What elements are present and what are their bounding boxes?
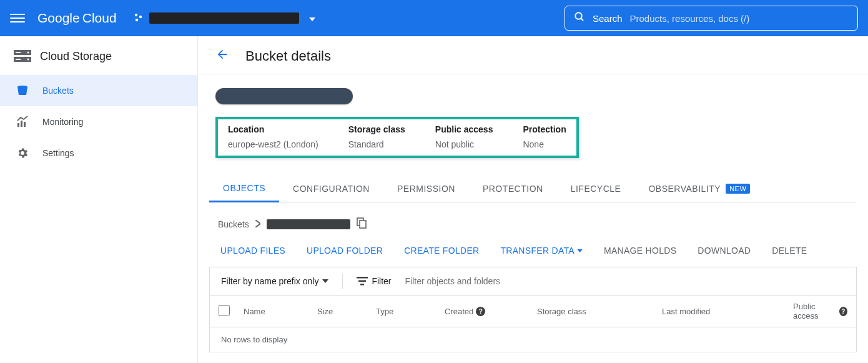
sidebar-item-monitoring[interactable]: Monitoring [0,106,197,137]
sidebar-item-label: Settings [42,148,74,158]
col-public-access[interactable]: Public access ? [793,302,847,321]
back-arrow-icon[interactable] [215,47,229,65]
tab-permission[interactable]: PERMISSION [383,176,469,202]
svg-rect-12 [17,123,19,127]
divider [342,274,343,289]
search-bar[interactable]: Search Products, resources, docs (/) [565,6,858,31]
menu-icon[interactable] [10,11,25,26]
protection-value: None [523,139,566,149]
project-icon [134,13,143,24]
tab-label: OBSERVABILITY [648,184,721,194]
content: Bucket details Location europe-west2 (Lo… [198,36,868,363]
col-created[interactable]: Created ? [445,307,537,316]
upload-folder-button[interactable]: UPLOAD FOLDER [307,246,383,256]
tab-configuration[interactable]: CONFIGURATION [279,176,383,202]
breadcrumb: Buckets [198,202,868,237]
sidebar-item-buckets[interactable]: Buckets [0,75,197,106]
svg-point-10 [27,59,29,61]
summary-box: Location europe-west2 (London) Storage c… [215,117,579,158]
filter-input[interactable] [405,276,845,286]
filter-mode-dropdown[interactable]: Filter by name prefix only [221,276,328,286]
col-size[interactable]: Size [317,307,376,316]
tab-observability[interactable]: OBSERVABILITY NEW [634,176,764,202]
search-label: Search [593,13,623,24]
tab-label: OBJECTS [223,183,265,193]
logo-bold: Google [37,11,80,26]
col-storage-class[interactable]: Storage class [537,307,662,316]
svg-rect-7 [16,52,21,53]
svg-point-3 [575,12,582,19]
bucket-name-area [198,74,868,111]
tab-label: PERMISSION [397,184,455,194]
svg-line-4 [581,18,583,21]
storage-class-value: Standard [348,139,405,149]
page-title: Bucket details [245,48,331,64]
svg-point-2 [135,18,137,21]
filter-bar: Filter by name prefix only Filter [209,267,857,296]
svg-rect-8 [16,59,21,60]
tab-label: PROTECTION [483,184,543,194]
upload-files-button[interactable]: UPLOAD FILES [220,246,285,256]
col-type[interactable]: Type [376,307,445,316]
col-name[interactable]: Name [244,307,317,316]
summary-storage-class: Storage class Standard [348,124,405,149]
cloud-storage-icon [14,49,29,64]
select-all-checkbox[interactable] [219,305,230,316]
sidebar-item-label: Buckets [42,86,74,96]
bucket-name-redacted [215,88,353,104]
delete-button[interactable]: DELETE [772,246,807,256]
monitoring-icon [16,116,29,128]
filter-text: Filter [372,276,391,286]
sidebar-item-settings[interactable]: Settings [0,137,197,169]
copy-icon[interactable] [357,217,367,231]
svg-point-11 [17,86,27,88]
tab-lifecycle[interactable]: LIFECYCLE [557,176,635,202]
filter-icon [357,277,368,286]
svg-rect-18 [358,281,366,282]
svg-rect-16 [360,221,366,228]
help-icon[interactable]: ? [839,307,847,316]
service-title: Cloud Storage [0,44,197,75]
col-public-label: Public access [793,302,837,321]
manage-holds-button[interactable]: MANAGE HOLDS [604,246,676,256]
svg-point-1 [139,15,141,17]
public-access-value: Not public [435,139,493,149]
chevron-right-icon [255,219,260,229]
svg-rect-14 [24,122,26,127]
filter-label: Filter [357,276,391,286]
transfer-data-label: TRANSFER DATA [500,246,575,256]
project-selector[interactable] [134,12,315,24]
svg-rect-13 [21,121,22,127]
chevron-down-icon [309,12,315,24]
public-access-header: Public access [435,124,493,134]
summary-public-access: Public access Not public [435,124,493,149]
help-icon[interactable]: ? [476,307,485,316]
transfer-data-button[interactable]: TRANSFER DATA [500,246,583,256]
empty-state: No rows to display [210,327,856,352]
storage-class-header: Storage class [348,124,405,134]
top-header: Google Cloud Search Products, resources,… [0,0,868,36]
breadcrumb-bucket-redacted [267,219,350,229]
svg-point-0 [134,13,137,16]
tab-objects[interactable]: OBJECTS [209,176,279,202]
col-last-modified[interactable]: Last modified [662,307,793,316]
service-label: Cloud Storage [40,50,112,63]
tab-label: CONFIGURATION [293,184,370,194]
logo[interactable]: Google Cloud [37,11,117,26]
protection-header: Protection [523,124,566,134]
svg-rect-17 [357,277,368,279]
action-bar: UPLOAD FILES UPLOAD FOLDER CREATE FOLDER… [198,237,868,267]
bucket-icon [16,84,29,97]
breadcrumb-root[interactable]: Buckets [218,219,249,229]
location-header: Location [228,124,318,134]
gear-icon [16,147,29,159]
page-header: Bucket details [198,36,868,74]
summary-protection: Protection None [523,124,566,149]
download-button[interactable]: DOWNLOAD [698,246,751,256]
location-value: europe-west2 (London) [228,139,318,149]
create-folder-button[interactable]: CREATE FOLDER [404,246,479,256]
col-created-label: Created [445,307,473,316]
new-badge: NEW [726,184,750,194]
tab-protection[interactable]: PROTECTION [469,176,557,202]
filter-mode-label: Filter by name prefix only [221,276,318,286]
